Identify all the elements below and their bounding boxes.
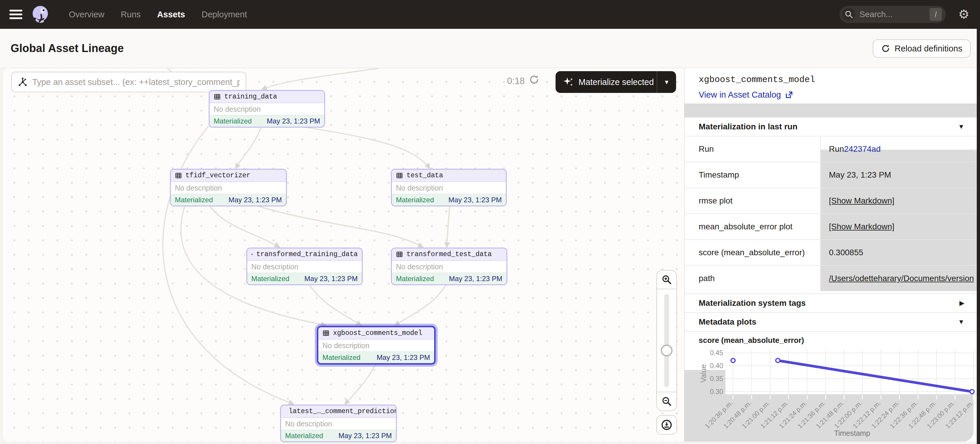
zoom-in-button[interactable]	[657, 271, 676, 289]
zoom-slider[interactable]	[657, 289, 676, 391]
svg-text:0.35: 0.35	[710, 375, 723, 382]
section-metadata-plots[interactable]: Metadata plots ▼	[684, 312, 977, 331]
svg-text:0.45: 0.45	[710, 349, 723, 356]
chevron-down-icon: ▼	[958, 123, 964, 130]
zoom-out-button[interactable]	[657, 391, 676, 411]
x-axis-label: Timestamp	[834, 429, 870, 437]
status-badge: Materialized	[396, 275, 434, 283]
search-input[interactable]	[859, 10, 929, 19]
data-point	[731, 358, 735, 363]
refresh-icon	[881, 44, 890, 53]
table-icon	[214, 93, 221, 100]
right-edge-scroll-strip[interactable]	[977, 29, 980, 444]
external-link-icon	[784, 91, 793, 99]
node-timestamp: May 23, 1:23 PM	[304, 275, 358, 283]
page-title: Global Asset Lineage	[11, 42, 124, 55]
score-line-chart: 0.45 0.40 0.35 0.30 Value 1:20:36 p.m. 1…	[684, 349, 977, 442]
node-description: No description	[281, 418, 396, 430]
section-materialization-system-tags[interactable]: Materialization system tags ▶	[684, 293, 977, 312]
search-icon	[842, 8, 855, 21]
table-icon	[175, 172, 182, 179]
top-nav: Overview Runs Assets Deployment / ⚙	[0, 0, 980, 29]
chevron-right-icon: ▶	[959, 299, 964, 307]
view-in-asset-catalog-link[interactable]: View in Asset Catalog	[699, 90, 793, 100]
refresh-graph-icon[interactable]	[528, 74, 540, 86]
table-icon	[251, 251, 253, 258]
show-markdown-link[interactable]: [Show Markdown]	[829, 222, 894, 231]
materialize-dropdown-caret[interactable]: ▾	[657, 71, 676, 93]
status-badge: Materialized	[214, 117, 251, 125]
page-header: Global Asset Lineage Reload definitions	[0, 29, 980, 68]
asset-subset-input[interactable]	[32, 77, 240, 87]
table-row-score: score (mean_absolute_error) 0.300855	[684, 239, 977, 265]
refresh-timer: 0:18	[507, 76, 525, 86]
section-materialization-in-last-run[interactable]: Materialization in last run ▼	[684, 117, 977, 136]
asset-node-test-data[interactable]: test_data No description MaterializedMay…	[391, 169, 507, 207]
y-axis-label: Value	[699, 364, 708, 382]
node-description: No description	[210, 103, 324, 115]
search-shortcut-badge: /	[929, 8, 942, 21]
zoom-in-icon	[661, 274, 672, 285]
table-row-mae-plot: mean_absolute_error plot [Show Markdown]	[684, 213, 977, 239]
data-point	[776, 358, 780, 363]
table-row-rmse-plot: rmse plot [Show Markdown]	[684, 188, 977, 213]
node-description: No description	[392, 261, 506, 272]
show-markdown-link[interactable]: [Show Markdown]	[829, 196, 894, 205]
status-badge: Materialized	[396, 196, 434, 204]
status-badge: Materialized	[285, 432, 323, 440]
asset-node-transformed-test-data[interactable]: transformed_test_data No description Mat…	[391, 248, 508, 285]
status-badge: Materialized	[323, 353, 360, 362]
materialization-metadata-table: Run Run 242374ad Timestamp May 23, 1:23 …	[684, 136, 977, 291]
hamburger-menu-icon[interactable]	[10, 10, 22, 19]
zoom-controls	[656, 270, 677, 411]
reload-definitions-button[interactable]: Reload definitions	[873, 40, 970, 57]
asset-detail-title: xgboost_comments_model	[699, 75, 815, 85]
asset-node-transformed-training-data[interactable]: transformed_training_data No description…	[246, 248, 363, 285]
node-description: No description	[171, 182, 286, 194]
node-description: No description	[247, 261, 362, 272]
svg-text:0.30: 0.30	[710, 388, 723, 395]
status-badge: Materialized	[251, 275, 289, 283]
gear-icon[interactable]: ⚙	[958, 8, 969, 21]
table-row-run: Run Run 242374ad	[684, 136, 977, 162]
download-svg-button[interactable]	[656, 415, 677, 434]
asset-detail-panel: xgboost_comments_model View in Asset Cat…	[684, 68, 977, 442]
chevron-down-icon: ▼	[958, 318, 964, 326]
svg-text:0.40: 0.40	[710, 362, 723, 369]
table-row-path: path /Users/odetteharary/Documents/versi…	[684, 265, 977, 291]
node-timestamp: May 23, 1:23 PM	[377, 353, 430, 362]
nav-items: Overview Runs Assets Deployment	[69, 10, 247, 19]
selection-highlight-band	[684, 103, 977, 117]
sparkle-icon	[563, 76, 574, 88]
asset-node-latest-comment-predictions[interactable]: latest_…_comment_predictions No descript…	[280, 404, 397, 442]
dagster-logo[interactable]	[30, 5, 50, 24]
nav-item-deployment[interactable]: Deployment	[202, 10, 247, 19]
asset-node-training-data[interactable]: training_data No description Materialize…	[209, 90, 325, 127]
node-timestamp: May 23, 1:23 PM	[267, 117, 320, 125]
run-id-link[interactable]: 242374ad	[844, 144, 881, 154]
table-icon	[323, 329, 329, 337]
nav-item-assets[interactable]: Assets	[157, 10, 185, 19]
node-description: No description	[318, 340, 434, 352]
table-icon	[396, 251, 403, 258]
node-timestamp: May 23, 1:23 PM	[339, 432, 392, 440]
nav-item-runs[interactable]: Runs	[121, 10, 141, 19]
node-timestamp: May 23, 1:23 PM	[449, 196, 502, 204]
zoom-slider-track	[664, 294, 669, 387]
materialize-selected-button[interactable]: Materialize selected ▾	[555, 71, 676, 93]
op-selector-icon	[18, 77, 28, 87]
status-badge: Materialized	[175, 196, 213, 204]
metadata-chart-title: score (mean_absolute_error)	[684, 331, 977, 349]
table-row-timestamp: Timestamp May 23, 1:23 PM	[684, 162, 977, 188]
global-search[interactable]: /	[840, 6, 946, 23]
asset-node-tfidf-vectorizer[interactable]: tfidf_vectorizer No description Material…	[170, 169, 287, 207]
nav-item-overview[interactable]: Overview	[69, 10, 104, 19]
path-link[interactable]: /Users/odetteharary/Documents/version	[829, 274, 974, 283]
node-timestamp: May 23, 1:23 PM	[229, 196, 282, 204]
asset-node-xgboost-comments-model[interactable]: xgboost_comments_model No description Ma…	[317, 326, 436, 364]
data-point	[970, 390, 974, 394]
node-description: No description	[392, 182, 506, 194]
asset-subset-filter[interactable]	[11, 72, 246, 92]
zoom-slider-handle[interactable]	[661, 345, 673, 356]
download-icon	[661, 419, 673, 431]
